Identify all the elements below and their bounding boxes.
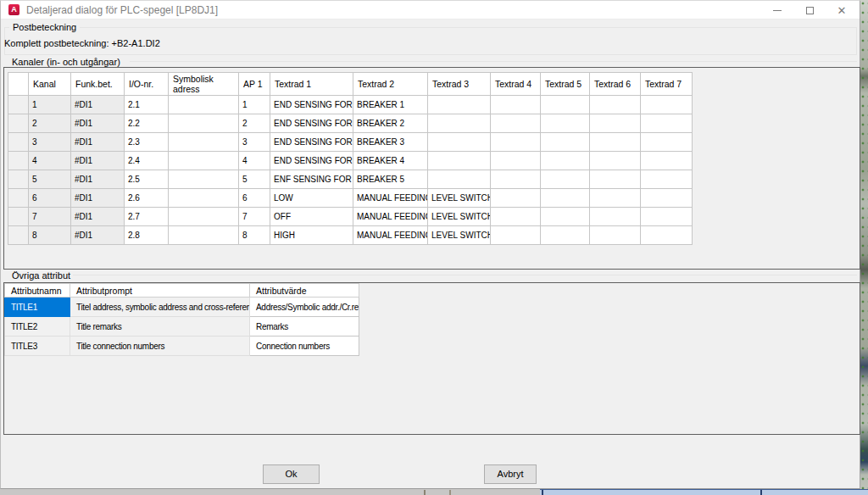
grid-cell-t3[interactable] xyxy=(428,96,491,114)
grid-cell-t4[interactable] xyxy=(491,189,541,208)
grid-cell-t3[interactable] xyxy=(428,170,491,189)
grid-cell-sym[interactable] xyxy=(169,152,239,170)
grid-cell-t1[interactable]: LOW xyxy=(270,189,353,208)
grid-cell-t3[interactable]: LEVEL SWITCH xyxy=(428,208,491,226)
grid-cell-t5[interactable] xyxy=(541,96,590,114)
grid-cell-t7[interactable] xyxy=(641,133,693,152)
grid-cell-t2[interactable]: MANUAL FEEDING xyxy=(353,208,428,226)
grid-cell-t2[interactable]: BREAKER 3 xyxy=(353,133,428,152)
grid-cell-t3[interactable] xyxy=(428,152,491,170)
grid-cell-funk[interactable]: #DI1 xyxy=(71,114,125,133)
grid-cell-t1[interactable]: HIGH xyxy=(270,226,353,245)
attr-value-cell[interactable]: Connection numbers xyxy=(250,336,359,356)
grid-cell-t5[interactable] xyxy=(541,152,590,170)
grid-cell-t3[interactable]: LEVEL SWITCH xyxy=(428,189,491,208)
grid-cell-t1[interactable]: ENF SENSING FOR xyxy=(270,170,353,189)
maximize-button[interactable] xyxy=(793,1,826,19)
grid-cell-ap[interactable]: 4 xyxy=(239,152,270,170)
grid-cell-kanal[interactable]: 3 xyxy=(29,133,71,152)
grid-cell-t4[interactable] xyxy=(491,152,541,170)
grid-cell-sym[interactable] xyxy=(169,189,239,208)
grid-cell-sym[interactable] xyxy=(169,133,239,152)
ok-button[interactable]: Ok xyxy=(263,464,320,484)
row-selector[interactable] xyxy=(8,114,29,133)
attr-name-cell[interactable]: TITLE3 xyxy=(5,336,70,356)
attr-value-cell[interactable]: Remarks xyxy=(250,317,359,336)
grid-cell-ap[interactable]: 1 xyxy=(239,96,270,114)
row-selector[interactable] xyxy=(8,133,29,152)
grid-cell-t7[interactable] xyxy=(641,170,693,189)
grid-cell-t3[interactable] xyxy=(428,133,491,152)
grid-cell-sym[interactable] xyxy=(169,208,239,226)
attr-prompt-cell[interactable]: Title remarks xyxy=(70,317,250,336)
grid-cell-kanal[interactable]: 2 xyxy=(29,114,71,133)
grid-cell-t6[interactable] xyxy=(590,114,641,133)
grid-cell-funk[interactable]: #DI1 xyxy=(71,96,125,114)
grid-cell-funk[interactable]: #DI1 xyxy=(71,208,125,226)
grid-cell-kanal[interactable]: 8 xyxy=(29,226,71,245)
grid-cell-sym[interactable] xyxy=(169,170,239,189)
grid-cell-t2[interactable]: BREAKER 4 xyxy=(353,152,428,170)
grid-cell-t6[interactable] xyxy=(590,226,641,245)
grid-cell-io[interactable]: 2.6 xyxy=(125,189,169,208)
grid-cell-kanal[interactable]: 4 xyxy=(29,152,71,170)
grid-cell-io[interactable]: 2.1 xyxy=(125,96,169,114)
grid-cell-t6[interactable] xyxy=(590,152,641,170)
grid-cell-t2[interactable]: MANUAL FEEDING xyxy=(353,226,428,245)
grid-cell-kanal[interactable]: 5 xyxy=(29,170,71,189)
row-selector[interactable] xyxy=(8,96,29,114)
grid-cell-t4[interactable] xyxy=(491,133,541,152)
grid-cell-io[interactable]: 2.8 xyxy=(125,226,169,245)
grid-cell-t5[interactable] xyxy=(541,226,590,245)
grid-cell-ap[interactable]: 2 xyxy=(239,114,270,133)
row-selector[interactable] xyxy=(8,208,29,226)
grid-cell-t4[interactable] xyxy=(491,208,541,226)
grid-cell-funk[interactable]: #DI1 xyxy=(71,152,125,170)
grid-cell-kanal[interactable]: 6 xyxy=(29,189,71,208)
grid-cell-ap[interactable]: 6 xyxy=(239,189,270,208)
grid-cell-kanal[interactable]: 1 xyxy=(29,96,71,114)
grid-cell-io[interactable]: 2.5 xyxy=(125,170,169,189)
grid-cell-io[interactable]: 2.3 xyxy=(125,133,169,152)
attr-name-cell[interactable]: TITLE1 xyxy=(5,298,70,317)
grid-cell-t5[interactable] xyxy=(541,133,590,152)
grid-cell-t1[interactable]: END SENSING FOR xyxy=(270,114,353,133)
grid-cell-t3[interactable]: LEVEL SWITCH xyxy=(428,226,491,245)
grid-cell-io[interactable]: 2.7 xyxy=(125,208,169,226)
grid-cell-funk[interactable]: #DI1 xyxy=(71,133,125,152)
attr-prompt-cell[interactable]: Titel address, symbolic address and cros… xyxy=(70,298,250,317)
grid-cell-t1[interactable]: END SENSING FOR xyxy=(270,133,353,152)
grid-cell-t1[interactable]: END SENSING FOR xyxy=(270,152,353,170)
attr-prompt-cell[interactable]: Title connection numbers xyxy=(70,336,250,356)
grid-cell-funk[interactable]: #DI1 xyxy=(71,170,125,189)
grid-cell-t4[interactable] xyxy=(491,170,541,189)
grid-cell-io[interactable]: 2.4 xyxy=(125,152,169,170)
grid-cell-t1[interactable]: OFF xyxy=(270,208,353,226)
grid-cell-io[interactable]: 2.2 xyxy=(125,114,169,133)
attr-value-cell[interactable]: Address/Symbolic addr./Cr.ref. xyxy=(250,298,359,317)
grid-cell-ap[interactable]: 7 xyxy=(239,208,270,226)
grid-cell-t6[interactable] xyxy=(590,96,641,114)
row-selector[interactable] xyxy=(8,152,29,170)
grid-cell-funk[interactable]: #DI1 xyxy=(71,226,125,245)
grid-cell-t5[interactable] xyxy=(541,114,590,133)
grid-cell-t6[interactable] xyxy=(590,133,641,152)
grid-cell-t4[interactable] xyxy=(491,114,541,133)
grid-cell-kanal[interactable]: 7 xyxy=(29,208,71,226)
grid-cell-t5[interactable] xyxy=(541,208,590,226)
grid-cell-t1[interactable]: END SENSING FOR xyxy=(270,96,353,114)
grid-cell-t5[interactable] xyxy=(541,170,590,189)
grid-cell-ap[interactable]: 8 xyxy=(239,226,270,245)
grid-cell-t7[interactable] xyxy=(641,114,693,133)
cancel-button[interactable]: Avbryt xyxy=(484,464,537,484)
grid-cell-ap[interactable]: 3 xyxy=(239,133,270,152)
grid-cell-t2[interactable]: BREAKER 1 xyxy=(353,96,428,114)
close-button[interactable]: ✕ xyxy=(826,1,858,19)
grid-cell-sym[interactable] xyxy=(169,114,239,133)
grid-cell-t6[interactable] xyxy=(590,170,641,189)
row-selector[interactable] xyxy=(8,226,29,245)
grid-cell-t2[interactable]: MANUAL FEEDING xyxy=(353,189,428,208)
grid-cell-t7[interactable] xyxy=(641,208,693,226)
row-selector[interactable] xyxy=(8,189,29,208)
grid-cell-t6[interactable] xyxy=(590,189,641,208)
